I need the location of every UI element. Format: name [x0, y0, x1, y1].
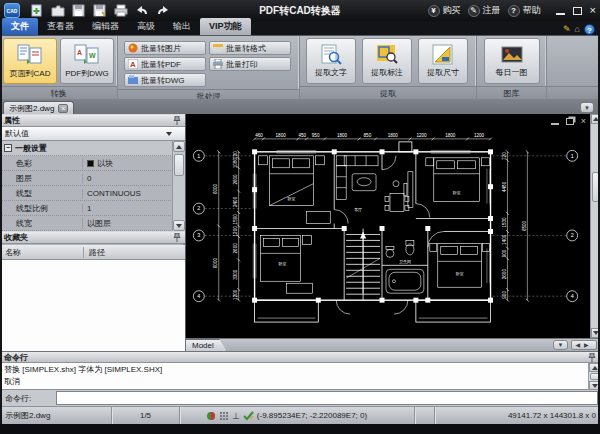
- minimize-button[interactable]: [556, 13, 565, 15]
- command-line-text: 替换 [SIMPLEX.shx] 字体为 [SIMPLEX.SHX]: [0, 363, 600, 375]
- property-row-ltscale[interactable]: 线型比例 1: [0, 201, 185, 216]
- page-to-cad-button[interactable]: 页面到CAD: [3, 38, 57, 84]
- buy-button[interactable]: ¥ 购买: [428, 4, 461, 17]
- register-icon: ✎: [468, 5, 480, 17]
- batch-print-button[interactable]: 批量打印: [209, 57, 291, 71]
- redo-icon[interactable]: [154, 3, 171, 18]
- pdf-to-dwg-icon: AW: [74, 43, 100, 67]
- maximize-button[interactable]: [573, 7, 582, 15]
- batch-format-button[interactable]: 批量转格式: [209, 41, 291, 55]
- tab-scroll-buttons[interactable]: ◀▶: [571, 340, 597, 350]
- menu-vip[interactable]: VIP功能: [200, 18, 251, 35]
- svg-text:卧室: 卧室: [287, 196, 295, 201]
- print-icon[interactable]: [112, 3, 129, 18]
- document-tab[interactable]: 示例图2.dwg ×: [3, 101, 74, 114]
- preset-dropdown[interactable]: 默认值: [0, 127, 185, 141]
- command-scrollbar[interactable]: [588, 363, 600, 390]
- mdi-minimize-icon[interactable]: [551, 123, 559, 125]
- menu-output[interactable]: 输出: [164, 18, 200, 35]
- help-button[interactable]: ? 帮助: [508, 4, 541, 17]
- batch-pdf-button[interactable]: A 批量转PDF: [124, 57, 206, 71]
- new-file-icon[interactable]: [28, 3, 45, 18]
- pdf-to-dwg-button[interactable]: AW PDF到DWG: [60, 38, 114, 84]
- svg-text:A: A: [130, 60, 136, 69]
- svg-text:1800: 1800: [337, 133, 348, 138]
- extract-dim-icon: [432, 44, 454, 66]
- drawing-canvas[interactable]: 4601800450950180085018001200180012007201…: [185, 114, 600, 338]
- register-button[interactable]: ✎ 注册: [468, 4, 501, 17]
- property-row-color[interactable]: 色彩 以块: [0, 156, 185, 171]
- close-button[interactable]: ×: [590, 5, 596, 16]
- quick-help-icon[interactable]: ?: [584, 24, 595, 35]
- property-row-linetype[interactable]: 线型 CONTINUOUS: [0, 186, 185, 201]
- pencil-icon[interactable]: ✎: [563, 23, 571, 35]
- extract-markup-button[interactable]: 提取标注: [362, 38, 412, 84]
- undo-icon[interactable]: [133, 3, 150, 18]
- tab-close-icon[interactable]: ×: [58, 104, 68, 113]
- batch-image-button[interactable]: 批量转图片: [124, 41, 206, 55]
- edit-check-icon[interactable]: [243, 411, 254, 421]
- favorites-col-name[interactable]: 名称: [0, 247, 84, 258]
- daily-image-icon: [501, 44, 523, 66]
- group-label-gallery: 图库: [477, 86, 546, 99]
- mdi-close-icon[interactable]: ×: [581, 117, 586, 126]
- app-logo-icon: CAD: [4, 3, 20, 18]
- extract-text-button[interactable]: 提取文字: [306, 38, 356, 84]
- command-output[interactable]: 替换 [SIMPLEX.shx] 字体为 [SIMPLEX.SHX] 取消: [0, 363, 600, 390]
- property-scrollbar[interactable]: [172, 141, 185, 231]
- ribbon-group-empty: [547, 36, 600, 99]
- layout-menu-button[interactable]: ▼: [553, 340, 568, 350]
- menu-advanced[interactable]: 高级: [128, 18, 164, 35]
- svg-text:卫生间: 卫生间: [399, 259, 411, 265]
- svg-text:1200: 1200: [416, 133, 427, 138]
- pin-icon[interactable]: [173, 233, 181, 242]
- snap-toggle-icon[interactable]: [206, 411, 216, 421]
- collapse-icon[interactable]: −: [4, 144, 12, 152]
- grid-toggle-icon[interactable]: [219, 411, 229, 421]
- command-input[interactable]: [56, 391, 598, 405]
- svg-text:4480: 4480: [502, 181, 507, 192]
- ribbon: 页面到CAD AW PDF到DWG 转换 批量转图片 A 批量转PDF: [0, 35, 600, 99]
- status-page: 1/5: [112, 407, 180, 424]
- menu-file[interactable]: 文件: [2, 18, 38, 35]
- svg-text:2600: 2600: [502, 269, 507, 280]
- pin-icon[interactable]: [588, 353, 596, 362]
- favorites-header: 收藏夹: [0, 231, 185, 244]
- canvas-column: 4601800450950180085018001200180012007201…: [185, 114, 600, 351]
- batch-dwg-icon: [128, 75, 138, 85]
- daily-image-button[interactable]: 每日一图: [484, 38, 540, 84]
- property-row-lineweight[interactable]: 线宽 以图层: [0, 216, 185, 231]
- left-panel: 属性 默认值 − 一般设置 色彩 以块 图层 0: [0, 114, 185, 351]
- canvas-vscrollbar[interactable]: [590, 114, 600, 338]
- open-folder-icon[interactable]: [49, 3, 66, 18]
- command-prompt-label: 命令行:: [0, 393, 56, 404]
- favorites-col-path[interactable]: 路径: [84, 247, 105, 258]
- svg-text:460: 460: [255, 133, 263, 138]
- home-icon[interactable]: ⌂: [575, 23, 580, 35]
- svg-text:1800: 1800: [445, 133, 456, 138]
- mdi-restore-icon[interactable]: [566, 118, 574, 125]
- buy-icon: ¥: [428, 5, 440, 17]
- svg-text:2400: 2400: [233, 196, 238, 207]
- property-row-layer[interactable]: 图层 0: [0, 171, 185, 186]
- menu-viewer[interactable]: 查看器: [38, 18, 83, 35]
- svg-text:1500: 1500: [233, 214, 238, 225]
- app-window: CAD PDF转CAD转换器 ¥ 购买 ✎ 注册 ? 帮助: [0, 0, 600, 434]
- menu-editor[interactable]: 编辑器: [83, 18, 128, 35]
- save-icon[interactable]: [70, 3, 87, 18]
- svg-text:4: 4: [571, 293, 574, 299]
- ortho-toggle-icon[interactable]: ⊥: [232, 411, 240, 421]
- tabstrip-menu-button[interactable]: ▼: [580, 102, 594, 113]
- favorites-list[interactable]: [0, 259, 185, 351]
- pin-icon[interactable]: [173, 116, 181, 125]
- mdi-controls: ×: [551, 117, 586, 126]
- svg-text:450: 450: [298, 133, 306, 138]
- save-as-icon[interactable]: [91, 3, 108, 18]
- property-group-row[interactable]: − 一般设置: [0, 141, 185, 156]
- svg-text:1200: 1200: [474, 133, 485, 138]
- menu-bar: 文件 查看器 编辑器 高级 输出 VIP功能 ✎ ⌂ ?: [0, 21, 600, 35]
- batch-dwg-button[interactable]: 批量转DWG: [124, 73, 206, 87]
- status-extents: 49141.72 x 144301.8 x 0: [435, 407, 600, 424]
- extract-dim-button[interactable]: 提取尺寸: [418, 38, 468, 84]
- model-tab[interactable]: Model: [185, 339, 227, 351]
